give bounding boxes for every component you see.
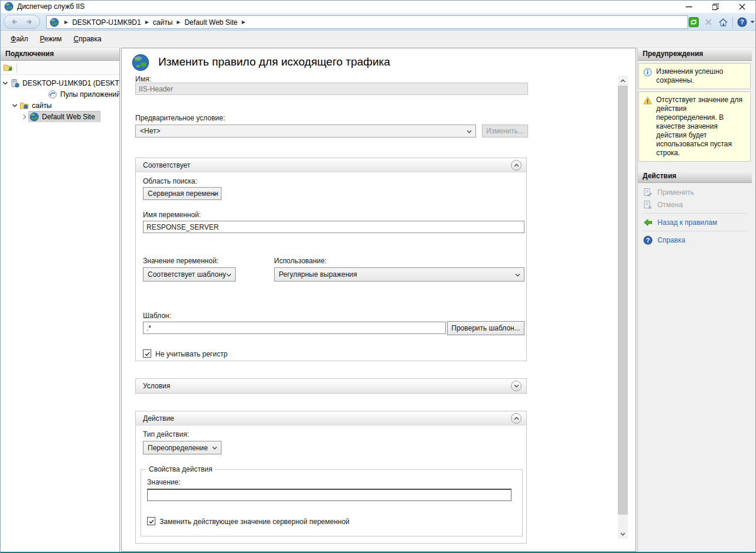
close-button[interactable] [729,0,755,13]
warning-icon [643,96,652,105]
tree-item-default-web-site[interactable]: Default Web Site [1,111,119,122]
checkmark-icon [144,351,151,357]
pattern-field[interactable] [143,322,446,334]
menu-bar: Файл Режим Справка [0,31,756,48]
window-title: Диспетчер служб IIS [17,2,84,11]
scroll-up-button[interactable] [618,76,628,86]
minimize-button[interactable] [676,0,702,13]
back-to-rules-action[interactable]: Назад к правилам [638,216,752,228]
menu-help[interactable]: Справка [68,32,107,45]
edit-precondition-button[interactable]: Изменить... [482,125,528,138]
scope-select[interactable]: Серверная переменн [143,187,221,200]
variable-value-select[interactable]: Соответствует шаблону [143,267,236,282]
cancel-action[interactable]: Отмена [638,198,752,211]
conditions-section-header[interactable]: Условия [136,379,526,393]
apply-action[interactable]: Применить [638,186,752,198]
breadcrumb-server[interactable]: DESKTOP-U1MK9D1 [72,18,141,27]
tree-item-label: Пулы приложений [60,90,119,99]
help-icon [737,17,747,27]
help-button[interactable] [735,16,748,29]
home-icon [718,17,728,27]
actions-separator [643,231,747,231]
chevron-down-icon [515,273,520,277]
selected-tree-item[interactable]: Default Web Site [29,112,100,122]
alert-text: Отсутствует значение для действия переоп… [656,96,742,157]
help-dropdown-button[interactable] [750,16,756,29]
navigation-toolbar: ▶ DESKTOP-U1MK9D1 ▶ сайты ▶ Default Web … [0,13,756,31]
checkmark-icon [148,518,155,525]
precondition-select[interactable]: <Нет> [135,125,476,138]
home-button[interactable] [716,16,729,29]
name-field[interactable] [135,83,528,95]
title-bar: Диспетчер служб IIS [0,0,756,13]
breadcrumb-arrow-icon: ▶ [64,19,68,25]
variable-name-field[interactable] [143,221,524,233]
tree-item-sites[interactable]: сайты [1,100,119,111]
menu-view[interactable]: Режим [34,32,68,45]
info-icon [643,68,652,77]
action-type-select[interactable]: Переопределение [143,441,221,454]
scroll-down-button[interactable] [618,529,628,539]
usage-value: Регулярные выражения [279,270,357,279]
actions-header: Действия [638,170,752,183]
address-bar[interactable]: ▶ DESKTOP-U1MK9D1 ▶ сайты ▶ Default Web … [46,15,688,29]
chevron-up-icon [514,163,519,167]
forward-icon[interactable] [25,18,33,26]
vertical-scrollbar[interactable] [618,76,628,539]
breadcrumb-default-web-site[interactable]: Default Web Site [184,18,237,27]
replace-value-label[interactable]: Заменить действующее значение серверной … [159,518,350,526]
action-section-header[interactable]: Действие [136,411,526,426]
scope-value: Серверная переменн [148,189,218,198]
nav-buttons [4,15,40,29]
close-icon [739,4,745,10]
server-icon [10,78,19,88]
test-pattern-button[interactable]: Проверить шаблон... [447,321,524,335]
replace-value-checkbox[interactable] [147,517,155,525]
expander-open-icon[interactable] [2,80,8,86]
help-action[interactable]: Справка [638,234,752,246]
usage-select[interactable]: Регулярные выражения [274,267,524,282]
stop-button[interactable] [702,16,715,29]
expand-section-button[interactable] [511,381,522,391]
refresh-icon [689,17,699,27]
match-section-header[interactable]: Соответствует [136,158,526,172]
page-globe-icon [132,54,149,71]
scrollbar-thumb[interactable] [618,86,628,515]
right-panel: Предупреждения Изменения успешно сохране… [637,48,752,552]
alert-info: Изменения успешно сохранены. [638,63,751,89]
back-arrow-icon [643,218,653,227]
collapse-section-button[interactable] [511,413,522,424]
ignore-case-label[interactable]: Не учитывать регистр [155,350,227,358]
action-value-field[interactable] [147,489,511,501]
expander-open-icon[interactable] [12,103,18,109]
apply-label: Применить [657,188,694,197]
breadcrumb-sites[interactable]: сайты [153,18,173,27]
action-value-label: Значение: [147,478,181,486]
refresh-button[interactable] [687,16,700,29]
scope-label: Область поиска: [143,177,197,185]
connections-panel: Подключения DESKTOP-U1MK9D1 (DESKTOP Пул… [1,48,120,552]
variable-value-value: Соответствует шаблону [148,270,226,279]
caret-down-icon [750,21,755,24]
page-title: Изменить правило для исходящего трафика [158,55,390,68]
restore-icon [712,4,719,10]
collapse-section-button[interactable] [511,160,522,171]
breadcrumb-arrow-icon: ▶ [242,19,245,25]
tree-item-app-pools[interactable]: Пулы приложений [1,89,119,100]
usage-label: Использование: [274,257,327,265]
menu-file[interactable]: Файл [5,32,34,45]
back-icon[interactable] [11,18,19,26]
tree-item-label: Default Web Site [42,113,95,121]
tree-item-server[interactable]: DESKTOP-U1MK9D1 (DESKTOP [1,77,119,89]
alert-text: Изменения успешно сохранены. [656,67,723,84]
toolbar-divider [17,63,17,73]
app-pools-icon [48,90,57,99]
expander-closed-icon[interactable] [22,114,27,120]
chevron-down-icon [212,192,217,196]
help-label: Справка [657,236,685,244]
ignore-case-checkbox[interactable] [143,349,151,358]
restore-button[interactable] [702,0,729,13]
create-connection-icon[interactable] [3,63,13,73]
chevron-down-icon [620,532,625,536]
apply-icon [643,188,653,197]
